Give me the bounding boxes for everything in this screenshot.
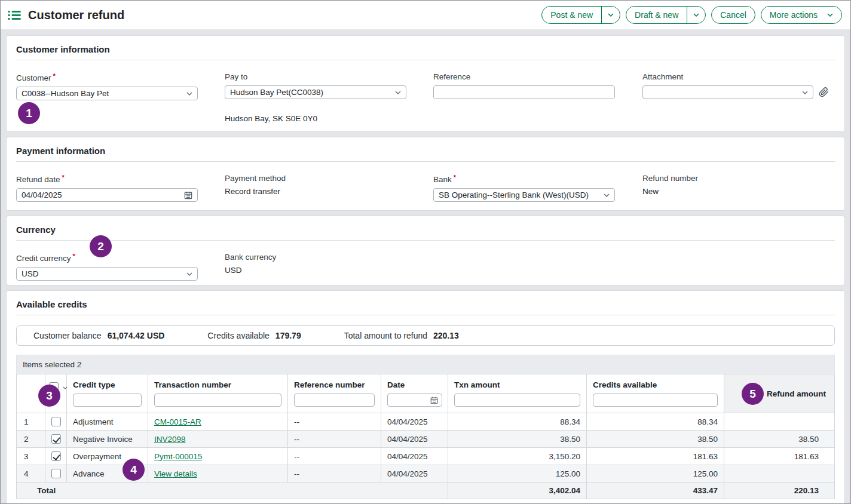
refund-amount-cell[interactable] — [724, 413, 835, 431]
row-checkbox[interactable] — [51, 417, 61, 426]
list-menu-icon[interactable] — [8, 10, 21, 20]
credits-available-header: Credits available — [587, 374, 724, 413]
more-actions-button[interactable]: More actions — [761, 6, 842, 24]
draft-and-new-button[interactable]: Draft & new — [626, 6, 706, 24]
customer-information-title: Customer information — [16, 44, 835, 54]
refund-date-field: Refund date* 04/04/2025 — [16, 174, 225, 202]
refund-amount-header: Refund amount — [724, 374, 835, 413]
customer-select[interactable]: C0038--Hudson Bay Pet — [16, 87, 198, 100]
txn-amount-cell: 3,150.20 — [448, 448, 587, 465]
post-and-new-button[interactable]: Post & new — [541, 6, 620, 24]
available-credits-table: Credit type Transaction number Reference… — [16, 374, 835, 499]
cancel-label[interactable]: Cancel — [712, 7, 755, 23]
chevron-down-icon[interactable] — [802, 91, 808, 94]
attachment-select[interactable] — [642, 85, 813, 99]
txn-amount-cell: 125.00 — [448, 465, 587, 483]
draft-and-new-dropdown[interactable] — [687, 7, 705, 23]
txn-amount-header: Txn amount — [448, 374, 587, 413]
total-refund-value: 220.13 — [433, 331, 459, 340]
total-refund-label: Total amount to refund — [344, 331, 427, 340]
pay-to-address: Hudson Bay, SK S0E 0Y0 — [225, 114, 433, 123]
top-bar: Customer refund Post & new Draft & new C… — [1, 1, 850, 29]
row-number: 1 — [17, 413, 45, 431]
post-and-new-label[interactable]: Post & new — [542, 7, 601, 23]
customer-balance-summary: Customer balance 61,074.42 USD — [33, 331, 164, 340]
date-cell: 04/04/2025 — [381, 413, 448, 431]
refund-amount-cell[interactable]: 181.63 — [724, 448, 835, 465]
credits-summary-bar: Customer balance 61,074.42 USD Credits a… — [16, 325, 835, 346]
credit-currency-select[interactable]: USD — [16, 267, 198, 281]
cancel-button[interactable]: Cancel — [711, 6, 755, 24]
credits-available-summary: Credits available 179.79 — [207, 331, 301, 340]
attachment-label: Attachment — [642, 72, 835, 81]
refund-date-input[interactable]: 04/04/2025 — [16, 188, 198, 202]
refund-amount-cell[interactable] — [724, 465, 835, 483]
pay-to-field: Pay to Hudson Bay Pet(CC0038) Hudson Bay… — [225, 72, 433, 123]
calendar-icon[interactable] — [430, 397, 438, 404]
reference-cell: -- — [288, 465, 381, 483]
chevron-down-icon[interactable] — [395, 91, 401, 94]
post-and-new-dropdown[interactable] — [601, 7, 620, 23]
chevron-down-icon[interactable] — [186, 92, 192, 96]
chevron-down-icon[interactable] — [186, 272, 192, 276]
reference-label: Reference — [433, 72, 642, 81]
refund-date-label: Refund date — [16, 175, 60, 184]
row-checkbox[interactable] — [51, 469, 61, 478]
total-refund-summary: Total amount to refund 220.13 — [344, 331, 459, 340]
credits-available-label: Credits available — [207, 331, 270, 340]
date-cell: 04/04/2025 — [381, 448, 448, 465]
step-badge-1: 1 — [18, 102, 40, 124]
refund-number-value: New — [642, 187, 835, 196]
reference-number-filter-input[interactable] — [298, 394, 371, 406]
credit-currency-label: Credit currency — [16, 254, 71, 263]
payment-method-label: Payment method — [225, 174, 433, 183]
refund-amount-cell[interactable]: 38.50 — [724, 431, 835, 448]
credits-available-cell: 125.00 — [587, 465, 724, 483]
credits-available-value: 179.79 — [275, 331, 301, 340]
refund-number-label: Refund number — [642, 174, 835, 183]
required-asterisk: * — [73, 253, 75, 260]
txn-amount-filter-input[interactable] — [458, 394, 576, 406]
chevron-down-icon[interactable] — [604, 193, 610, 197]
transaction-cell: Pymt-000015 — [148, 448, 288, 465]
view-details-link[interactable]: View details — [154, 469, 197, 478]
transaction-number-header: Transaction number — [148, 374, 288, 413]
more-actions-label[interactable]: More actions — [761, 7, 841, 23]
bank-currency-label: Bank currency — [225, 253, 433, 262]
credit-type-filter-input[interactable] — [77, 394, 137, 406]
bank-field: Bank* SB Operating--Sterling Bank (West)… — [433, 174, 642, 202]
pay-to-select[interactable]: Hudson Bay Pet(CC0038) — [225, 85, 406, 99]
reference-input[interactable] — [434, 86, 614, 99]
customer-balance-value: 61,074.42 USD — [108, 331, 165, 340]
paperclip-icon[interactable] — [819, 87, 829, 97]
transaction-number-filter-input[interactable] — [158, 394, 277, 406]
calendar-icon[interactable] — [184, 191, 192, 199]
date-filter-input[interactable] — [391, 394, 430, 406]
step-badge-5: 5 — [742, 383, 764, 405]
total-refund-amount: 220.13 — [724, 483, 835, 499]
reference-cell: -- — [288, 448, 381, 465]
reference-input-wrap — [433, 85, 615, 99]
page-body: Customer information Customer* C0038--Hu… — [1, 29, 850, 503]
table-row: 1 Adjustment CM-0015-AR -- 04/04/2025 88… — [17, 413, 835, 431]
currency-title: Currency — [16, 225, 835, 235]
bank-select[interactable]: SB Operating--Sterling Bank (West)(USD) — [433, 188, 615, 202]
date-header: Date — [381, 374, 448, 413]
reference-cell: -- — [288, 413, 381, 431]
table-total-row: Total 3,402.04 433.47 220.13 — [17, 483, 835, 499]
transaction-cell: View details — [148, 465, 288, 483]
bank-label: Bank — [433, 175, 452, 184]
credits-available-filter-input[interactable] — [597, 394, 714, 406]
row-checkbox[interactable] — [51, 434, 61, 444]
items-selected-bar: Items selected 2 — [16, 355, 835, 374]
transaction-link[interactable]: CM-0015-AR — [154, 417, 201, 426]
date-filter — [387, 394, 442, 407]
transaction-link[interactable]: Pymt-000015 — [154, 452, 202, 461]
currency-section: Currency Credit currency* USD Bank curre… — [6, 216, 845, 285]
payment-method-value: Record transfer — [225, 187, 433, 196]
draft-and-new-label[interactable]: Draft & new — [626, 7, 687, 23]
transaction-link[interactable]: INV2098 — [154, 435, 186, 444]
select-all-chevron-icon[interactable] — [63, 382, 68, 391]
row-checkbox[interactable] — [51, 451, 61, 461]
step-badge-2: 2 — [90, 235, 112, 257]
